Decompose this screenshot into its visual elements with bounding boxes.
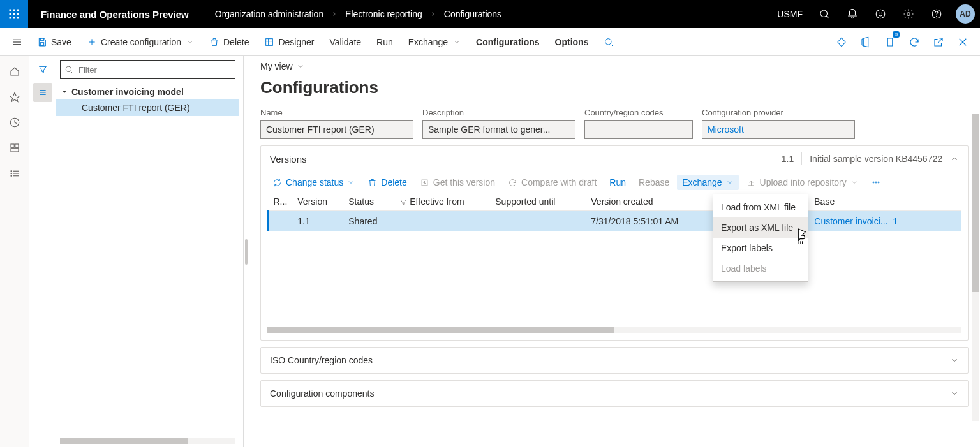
run-label: Run [376, 37, 393, 47]
create-configuration-button[interactable]: Create configuration [80, 30, 200, 54]
field-country-label: Country/region codes [584, 108, 693, 117]
attachments-button[interactable] [879, 30, 901, 54]
tree-child-node[interactable]: Customer FTI report (GER) [56, 99, 239, 116]
get-version-button: Get this version [415, 175, 500, 190]
field-country-value[interactable] [584, 120, 693, 139]
components-section[interactable]: Configuration components [260, 380, 969, 407]
breadcrumb-item[interactable]: Organization administration [215, 9, 323, 19]
menu-export-labels[interactable]: Export labels [713, 238, 808, 258]
nav-toggle[interactable] [6, 36, 28, 48]
cell-base-ver[interactable]: 1 [893, 216, 898, 226]
chevron-up-icon[interactable] [950, 154, 959, 163]
divider [801, 152, 802, 165]
breadcrumb-item[interactable]: Configurations [444, 9, 501, 19]
popout-button[interactable] [928, 30, 949, 54]
menu-export-xml[interactable]: Export as XML file [713, 217, 808, 238]
tree-root-label: Customer invoicing model [71, 87, 184, 97]
related-info-button[interactable] [831, 30, 852, 54]
configurations-tab[interactable]: Configurations [470, 30, 546, 54]
col-base[interactable]: Base [809, 193, 961, 211]
notifications-button[interactable] [840, 0, 865, 28]
content-vertical-scrollbar[interactable] [972, 114, 979, 421]
splitter[interactable] [244, 56, 249, 447]
svg-rect-20 [40, 38, 43, 40]
svg-rect-2 [17, 10, 19, 11]
filter-box[interactable] [60, 60, 235, 79]
save-button[interactable]: Save [31, 30, 78, 54]
rail-favorites[interactable] [3, 85, 26, 108]
rail-workspaces[interactable] [3, 136, 26, 159]
compare-icon [508, 178, 517, 187]
user-avatar[interactable]: AD [956, 4, 975, 24]
change-status-button[interactable]: Change status [267, 175, 360, 190]
col-status[interactable]: Status [343, 193, 394, 211]
trash-icon [368, 178, 377, 187]
options-label: Options [555, 37, 589, 47]
config-tree: Customer invoicing model Customer FTI re… [56, 84, 239, 438]
filter-toggle[interactable] [33, 60, 52, 79]
versions-header: Versions 1.1 Initial sample version KB44… [261, 146, 968, 172]
versions-exchange-button[interactable]: Exchange [677, 175, 738, 190]
help-button[interactable] [924, 0, 949, 28]
cell-base: Customer invoici... 1 [809, 211, 961, 232]
svg-marker-31 [10, 92, 19, 101]
svg-point-27 [605, 38, 611, 44]
chevron-down-icon [347, 179, 355, 186]
field-provider-value[interactable]: Microsoft [702, 120, 855, 139]
validate-button[interactable]: Validate [323, 30, 368, 54]
options-tab[interactable]: Options [549, 30, 595, 54]
scrollbar-thumb[interactable] [972, 114, 979, 292]
rail-home[interactable] [3, 60, 26, 83]
exchange-button[interactable]: Exchange [402, 30, 467, 54]
col-r[interactable]: R... [269, 193, 293, 211]
clock-icon [9, 117, 20, 128]
svg-rect-34 [15, 144, 18, 147]
designer-button[interactable]: Designer [258, 30, 320, 54]
rebase-label: Rebase [639, 177, 669, 187]
feedback-button[interactable] [868, 0, 893, 28]
app-launcher[interactable] [0, 0, 28, 28]
col-created[interactable]: Version created [586, 193, 701, 211]
legal-entity[interactable]: USMF [771, 9, 809, 19]
col-version[interactable]: Version [292, 193, 343, 211]
more-actions-button[interactable] [866, 175, 886, 190]
tree-root-node[interactable]: Customer invoicing model [56, 84, 239, 99]
col-effective-label: Effective from [410, 196, 464, 207]
cell-base-link[interactable]: Customer invoici... [814, 216, 887, 226]
breadcrumb-item[interactable]: Electronic reporting [345, 9, 422, 19]
svg-marker-47 [63, 91, 66, 93]
grid-row[interactable]: 1.1 Shared 7/31/2018 5:51:01 AM Customer… [269, 211, 962, 232]
office-button[interactable] [855, 30, 877, 54]
svg-point-50 [875, 182, 877, 183]
grid-horizontal-scrollbar[interactable] [267, 327, 961, 333]
col-effective[interactable]: Effective from [394, 193, 490, 211]
filter-input[interactable] [77, 64, 231, 75]
col-supported[interactable]: Supported until [490, 193, 586, 211]
more-icon [871, 177, 881, 187]
settings-button[interactable] [896, 0, 921, 28]
delete-button[interactable]: Delete [203, 30, 255, 54]
versions-grid: R... Version Status Effective from Suppo… [267, 193, 961, 231]
refresh-button[interactable] [903, 30, 925, 54]
scrollbar-thumb[interactable] [60, 438, 188, 444]
action-search[interactable] [597, 30, 620, 54]
versions-run-button[interactable]: Run [604, 175, 631, 190]
header-fields: Name Customer FTI report (GER) Descripti… [260, 108, 969, 139]
list-toggle[interactable] [33, 83, 52, 102]
run-button[interactable]: Run [370, 30, 399, 54]
menu-load-xml[interactable]: Load from XML file [713, 197, 808, 217]
field-name-value[interactable]: Customer FTI report (GER) [260, 120, 413, 139]
iso-section[interactable]: ISO Country/region codes [260, 347, 969, 374]
rail-modules[interactable] [3, 162, 26, 185]
versions-delete-button[interactable]: Delete [362, 175, 412, 190]
cell-status: Shared [343, 211, 394, 232]
star-icon [9, 91, 20, 103]
close-button[interactable] [952, 30, 974, 54]
field-desc-value[interactable]: Sample GER format to gener... [422, 120, 575, 139]
rail-recent[interactable] [3, 111, 26, 134]
tree-horizontal-scrollbar[interactable] [60, 438, 235, 444]
view-selector[interactable]: My view [260, 61, 969, 71]
designer-label: Designer [278, 37, 314, 47]
search-button[interactable] [812, 0, 837, 28]
scrollbar-thumb[interactable] [267, 327, 614, 333]
